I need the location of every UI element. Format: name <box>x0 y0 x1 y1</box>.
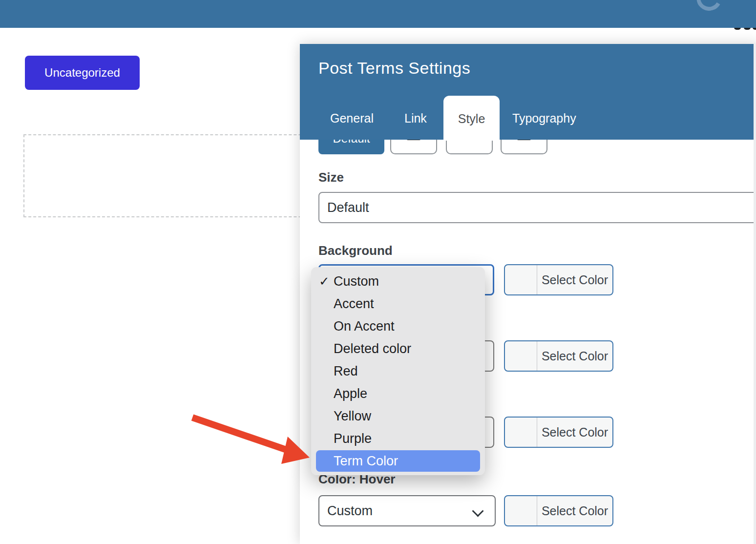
color-hover-select-value: Custom <box>327 503 373 519</box>
dropdown-option-label: Custom <box>334 274 379 289</box>
dropdown-option-label: Yellow <box>334 409 371 423</box>
dropdown-option-label: Term Color <box>334 454 398 468</box>
select-color-button[interactable]: Select Color <box>504 417 613 448</box>
tab-link[interactable]: Link <box>404 111 427 126</box>
select-color-label: Select Color <box>537 341 612 371</box>
color-hover-select[interactable]: Custom <box>318 495 496 526</box>
tab-style[interactable]: Style <box>443 96 500 141</box>
select-color-button[interactable]: Select Color <box>504 340 613 372</box>
select-color-label: Select Color <box>537 265 612 294</box>
color-swatch <box>505 496 537 525</box>
dropdown-option-yellow[interactable]: Yellow <box>311 405 485 427</box>
term-badge-uncategorized[interactable]: Uncategorized <box>25 56 140 90</box>
color-swatch <box>505 265 537 294</box>
dropdown-option-deleted-color[interactable]: Deleted color <box>311 337 485 360</box>
dropdown-option-label: Deleted color <box>334 341 411 356</box>
annotation-arrow <box>186 409 317 468</box>
background-dropdown-menu: ✓ Custom Accent On Accent Deleted color … <box>311 267 485 475</box>
select-color-label: Select Color <box>537 418 612 447</box>
loading-spinner-icon <box>693 0 725 14</box>
dropdown-option-label: Accent <box>334 296 374 311</box>
size-label: Size <box>318 170 344 185</box>
post-terms-widget-placeholder[interactable] <box>23 134 346 217</box>
check-icon: ✓ <box>319 270 330 293</box>
dropdown-option-accent[interactable]: Accent <box>311 293 485 315</box>
dropdown-option-label: Red <box>334 364 358 378</box>
top-bar <box>0 0 756 28</box>
dropdown-option-custom[interactable]: ✓ Custom <box>311 270 485 293</box>
dropdown-option-red[interactable]: Red <box>311 360 485 382</box>
size-select[interactable]: Default <box>318 192 756 223</box>
scrollbar[interactable] <box>754 43 756 544</box>
background-label: Background <box>318 243 393 258</box>
dropdown-option-term-color[interactable]: Term Color <box>316 450 480 472</box>
color-swatch <box>505 341 537 371</box>
color-hover-select-color-button[interactable]: Select Color <box>504 495 613 526</box>
dropdown-option-on-accent[interactable]: On Accent <box>311 315 485 337</box>
dropdown-option-apple[interactable]: Apple <box>311 382 485 405</box>
panel-title: Post Terms Settings <box>318 59 470 78</box>
size-select-value: Default <box>327 200 369 215</box>
select-color-label: Select Color <box>537 496 612 525</box>
tab-typography[interactable]: Typography <box>512 111 576 126</box>
color-swatch <box>505 418 537 447</box>
post-terms-settings-panel: Default Post Terms Settings General Link… <box>300 44 756 544</box>
panel-header: Post Terms Settings General Link Style T… <box>300 44 756 140</box>
chevron-down-icon <box>472 505 483 517</box>
dropdown-option-label: Apple <box>334 386 367 401</box>
tab-general[interactable]: General <box>330 111 374 126</box>
dropdown-option-label: On Accent <box>334 319 395 334</box>
dropdown-option-purple[interactable]: Purple <box>311 427 485 450</box>
dropdown-option-label: Purple <box>334 431 372 446</box>
tab-style-label: Style <box>458 112 485 126</box>
background-select-color-button[interactable]: Select Color <box>504 264 613 295</box>
